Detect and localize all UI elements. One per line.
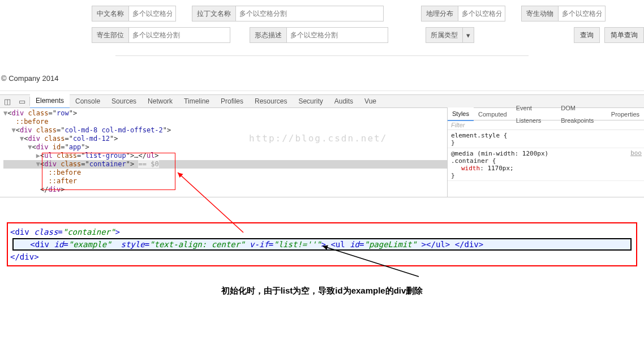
input-geo[interactable] bbox=[458, 6, 505, 21]
dom-node: ::before bbox=[3, 118, 447, 126]
styles-tab-breakpoints[interactable]: DOM Breakpoints bbox=[556, 102, 607, 127]
label-parasitic-animal: 寄生动物 bbox=[522, 6, 559, 21]
field-cn-name: 中文名称 bbox=[92, 6, 176, 21]
tab-sources[interactable]: Sources bbox=[106, 94, 142, 108]
source-code-box: <div class="container"> <div id="example… bbox=[7, 222, 637, 266]
styles-tab-properties[interactable]: Properties bbox=[607, 108, 644, 120]
styles-tab-styles[interactable]: Styles bbox=[448, 107, 474, 121]
search-form-row2: 寄生部位 形态描述 所属类型 ▾ 查询 简单查询 bbox=[0, 27, 644, 50]
field-parasitic-part: 寄生部位 bbox=[92, 27, 230, 43]
tab-elements[interactable]: Elements bbox=[30, 94, 70, 109]
label-desc: 形态描述 bbox=[250, 28, 287, 42]
styles-tabs: Styles Computed Event Listeners DOM Brea… bbox=[448, 108, 644, 120]
simple-query-button[interactable]: 简单查询 bbox=[604, 27, 644, 43]
tab-vue[interactable]: Vue bbox=[359, 94, 382, 108]
input-desc[interactable] bbox=[287, 28, 388, 42]
field-parasitic-animal: 寄生动物 bbox=[521, 6, 606, 21]
css-rule[interactable]: boo @media (min-width: 1200px) .containe… bbox=[448, 148, 644, 181]
dom-node: ▼<div class="col-md-12"> bbox=[3, 135, 447, 143]
search-form-row1: 中文名称 拉丁文名称 地理分布 寄生动物 bbox=[0, 0, 644, 27]
caret-down-icon: ▾ bbox=[462, 28, 474, 42]
input-parasitic-part[interactable] bbox=[129, 28, 230, 42]
tab-network[interactable]: Network bbox=[142, 94, 178, 108]
query-button[interactable]: 查询 bbox=[574, 27, 600, 43]
field-latin-name: 拉丁文名称 bbox=[192, 6, 384, 21]
tab-audits[interactable]: Audits bbox=[329, 94, 359, 108]
divider bbox=[0, 90, 644, 91]
input-cn-name[interactable] bbox=[129, 6, 175, 21]
device-icon[interactable]: ▭ bbox=[15, 97, 29, 106]
field-desc: 形态描述 bbox=[250, 27, 388, 43]
dom-node: ▼<div class="col-md-8 col-md-offset-2"> bbox=[3, 126, 447, 135]
styles-tab-listeners[interactable]: Event Listeners bbox=[512, 102, 556, 127]
label-latin-name: 拉丁文名称 bbox=[192, 6, 236, 21]
input-latin-name[interactable] bbox=[236, 6, 383, 21]
css-rule[interactable]: element.style { } bbox=[448, 130, 644, 148]
annotation-highlight-box bbox=[42, 153, 175, 190]
tab-timeline[interactable]: Timeline bbox=[178, 94, 215, 108]
input-parasitic-animal[interactable] bbox=[559, 6, 605, 21]
tab-console[interactable]: Console bbox=[70, 94, 106, 108]
styles-sidebar: Styles Computed Event Listeners DOM Brea… bbox=[447, 108, 644, 197]
source-code-highlight: <div id="example" style="text-align: cen… bbox=[12, 238, 632, 251]
tab-profiles[interactable]: Profiles bbox=[215, 94, 249, 108]
inspect-icon[interactable]: ◫ bbox=[0, 97, 15, 106]
dom-node: ▼<div class="row"> bbox=[3, 109, 447, 118]
devtools-body: http://blog.csdn.net/ ▼<div class="row">… bbox=[0, 108, 644, 197]
label-geo: 地理分布 bbox=[422, 6, 458, 21]
dom-node: ▼<div id="app"> bbox=[3, 143, 447, 152]
annotation-text: 初始化时，由于list为空，导致id为example的div删除 bbox=[0, 286, 644, 296]
styles-tab-computed[interactable]: Computed bbox=[474, 108, 512, 120]
tab-resources[interactable]: Resources bbox=[249, 94, 293, 108]
copyright-text: © Company 2014 bbox=[0, 56, 644, 90]
css-source-link[interactable]: boo bbox=[630, 149, 642, 157]
tab-security[interactable]: Security bbox=[293, 94, 328, 108]
label-cn-name: 中文名称 bbox=[92, 6, 129, 21]
elements-tree[interactable]: http://blog.csdn.net/ ▼<div class="row">… bbox=[0, 108, 447, 197]
field-type-dropdown[interactable]: 所属类型 ▾ bbox=[426, 27, 474, 43]
label-parasitic-part: 寄生部位 bbox=[92, 28, 129, 42]
label-type: 所属类型 bbox=[426, 28, 462, 42]
field-geo: 地理分布 bbox=[421, 6, 505, 21]
